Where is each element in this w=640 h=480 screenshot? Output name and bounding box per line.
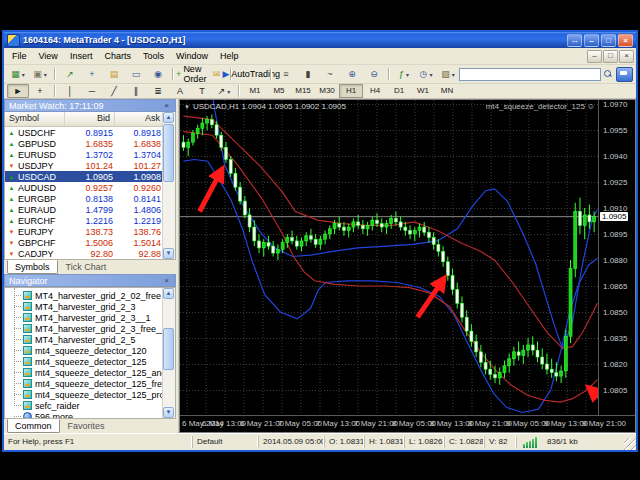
horizontal-line-tool-button[interactable]: ─ <box>81 84 103 98</box>
scroll-up-icon[interactable]: ▲ <box>163 112 174 123</box>
zoom-out-button[interactable]: ⊖ <box>363 66 385 83</box>
fibonacci-tool-button[interactable]: ≣ <box>147 84 169 98</box>
strategy-tester-toggle-button[interactable]: ◉ <box>147 66 169 83</box>
templates-button[interactable]: ▧▾ <box>437 66 459 83</box>
menu-insert[interactable]: Insert <box>64 50 99 62</box>
connection-button[interactable]: ↔ <box>567 34 582 47</box>
chart-plot-area[interactable]: ▼ USDCAD,H1 1.0904 1.0905 1.0902 1.0905 … <box>180 100 598 415</box>
navigator-item[interactable]: mt4_squeeze_detector_120 <box>5 345 175 356</box>
timeframe-w1-button[interactable]: W1 <box>411 84 435 98</box>
market-watch-tab-symbols[interactable]: Symbols <box>7 260 58 274</box>
menu-tools[interactable]: Tools <box>137 50 170 62</box>
channel-tool-button[interactable]: ∥ <box>125 84 147 98</box>
market-watch-row-gbpusd[interactable]: ▲GBPUSD1.68351.6838 <box>5 138 175 149</box>
timeframe-mn-button[interactable]: MN <box>435 84 459 98</box>
chart-canvas[interactable] <box>180 100 598 422</box>
navigator-item[interactable]: MT4_harvester_grid_2_3_free__3 <box>5 323 175 334</box>
scrollbar-thumb[interactable] <box>163 328 174 370</box>
label-tool-button[interactable]: T <box>191 84 213 98</box>
market-watch-row-audusd[interactable]: ▲AUDUSD0.92570.9260 <box>5 182 175 193</box>
market-watch-toggle-button[interactable]: ↗ <box>59 66 81 83</box>
chart-dropdown-icon[interactable]: ▼ <box>184 104 190 110</box>
navigator-item[interactable]: MT4_harvester_grid_2_3 <box>5 301 175 312</box>
market-watch-row-usdchf[interactable]: ▲USDCHF0.89150.8918 <box>5 127 175 138</box>
scroll-down-icon[interactable]: ▼ <box>163 407 174 418</box>
text-tool-button[interactable]: A <box>169 84 191 98</box>
market-watch-row-usdcad[interactable]: ▲USDCAD1.09051.0908 <box>5 171 175 182</box>
menu-view[interactable]: View <box>33 50 64 62</box>
menu-file[interactable]: File <box>6 50 33 62</box>
column-header-bid[interactable]: Bid <box>65 112 115 126</box>
close-icon[interactable]: × <box>162 277 171 285</box>
navigator-item[interactable]: mt4_squeeze_detector_125 <box>5 356 175 367</box>
indicators-button[interactable]: ƒ▾ <box>393 66 415 83</box>
trendline-tool-button[interactable]: ╱ <box>103 84 125 98</box>
scroll-down-icon[interactable]: ▼ <box>163 248 174 259</box>
timeframe-h1-button[interactable]: H1 <box>339 84 363 98</box>
column-header-ask[interactable]: Ask <box>115 112 165 126</box>
chart-line-button[interactable]: ~ <box>319 66 341 83</box>
market-watch-row-gbpchf[interactable]: ▼GBPCHF1.50061.5014 <box>5 237 175 248</box>
periods-button[interactable]: ◷▾ <box>415 66 437 83</box>
scroll-up-icon[interactable]: ▲ <box>163 288 174 299</box>
resize-grip[interactable] <box>624 438 636 450</box>
navigator-tab-favorites[interactable]: Favorites <box>60 419 113 433</box>
navigator-item[interactable]: sefc_raider <box>5 400 175 411</box>
data-window-toggle-button[interactable]: + <box>81 66 103 83</box>
navigator-item[interactable]: 596 more... <box>5 411 175 419</box>
status-profile[interactable]: Default <box>192 436 258 448</box>
chart-close-button[interactable]: × <box>619 50 634 63</box>
autotrading-button[interactable]: ▶AutoTrading <box>235 66 267 83</box>
close-icon[interactable]: × <box>162 102 171 110</box>
zoom-in-button[interactable]: ⊕ <box>341 66 363 83</box>
chart-restore-button[interactable]: □ <box>603 50 618 63</box>
timeframe-m30-button[interactable]: M30 <box>315 84 339 98</box>
timeframe-m15-button[interactable]: M15 <box>291 84 315 98</box>
scrollbar-thumb[interactable] <box>163 124 174 182</box>
menu-charts[interactable]: Charts <box>98 50 137 62</box>
timeframe-h4-button[interactable]: H4 <box>363 84 387 98</box>
market-watch-row-euraud[interactable]: ▲EURAUD1.47991.4806 <box>5 204 175 215</box>
search-input[interactable] <box>459 68 601 81</box>
navigator-item-label: mt4_squeeze_detector_125_pro <box>35 390 165 400</box>
market-watch-row-cadjpy[interactable]: ▼CADJPY92.8092.88 <box>5 248 175 259</box>
chart-bars-button[interactable]: ≡ <box>275 66 297 83</box>
timeframe-m1-button[interactable]: M1 <box>243 84 267 98</box>
new-chart-button[interactable]: ▦▾ <box>7 66 29 83</box>
crosshair-tool-button[interactable]: + <box>29 84 51 98</box>
navigator-tab-common[interactable]: Common <box>7 419 60 433</box>
minimize-button[interactable]: – <box>584 34 599 47</box>
terminal-toggle-button[interactable]: ▭ <box>125 66 147 83</box>
timeframe-m5-button[interactable]: M5 <box>267 84 291 98</box>
menu-window[interactable]: Window <box>170 50 214 62</box>
navigator-item[interactable]: MT4_harvester_grid_2_5 <box>5 334 175 345</box>
arrows-tool-button[interactable]: ↗▾ <box>213 84 235 98</box>
navigator-item[interactable]: mt4_squeeze_detector_125_andrej <box>5 367 175 378</box>
chart-candles-button[interactable]: ▮ <box>297 66 319 83</box>
market-watch-row-eurjpy[interactable]: ▼EURJPY138.73138.76 <box>5 226 175 237</box>
navigator-item[interactable]: MT4_harvester_grid_2_3__1 <box>5 312 175 323</box>
navigator-toggle-button[interactable]: ▤ <box>103 66 125 83</box>
menu-help[interactable]: Help <box>214 50 245 62</box>
market-watch-row-eurchf[interactable]: ▲EURCHF1.22161.2219 <box>5 215 175 226</box>
market-watch-row-eurgbp[interactable]: ▲EURGBP0.81380.8141 <box>5 193 175 204</box>
market-watch-row-usdjpy[interactable]: ▼USDJPY101.24101.27 <box>5 160 175 171</box>
market-watch-scrollbar[interactable]: ▲ ▼ <box>162 112 175 259</box>
navigator-scrollbar[interactable]: ▲ ▼ <box>162 288 175 418</box>
close-button[interactable]: × <box>618 34 633 47</box>
navigator-item[interactable]: mt4_squeeze_detector_125_free <box>5 378 175 389</box>
chat-icon[interactable] <box>616 67 633 82</box>
column-header-symbol[interactable]: Symbol <box>5 112 65 126</box>
navigator-item[interactable]: mt4_squeeze_detector_125_pro <box>5 389 175 400</box>
navigator-item[interactable]: MT4_harvester_grid_2_02_free <box>5 290 175 301</box>
search-icon[interactable] <box>604 70 613 79</box>
vertical-line-tool-button[interactable]: │ <box>59 84 81 98</box>
cursor-tool-button[interactable]: ► <box>7 84 29 98</box>
profiles-button[interactable]: ▣▾ <box>29 66 51 83</box>
new-order-button[interactable]: +New Order <box>177 66 205 83</box>
timeframe-d1-button[interactable]: D1 <box>387 84 411 98</box>
maximize-button[interactable]: □ <box>601 34 616 47</box>
market-watch-row-eurusd[interactable]: ▲EURUSD1.37021.3704 <box>5 149 175 160</box>
chart-minimize-button[interactable]: – <box>587 50 602 63</box>
market-watch-tab-tick-chart[interactable]: Tick Chart <box>58 260 115 274</box>
